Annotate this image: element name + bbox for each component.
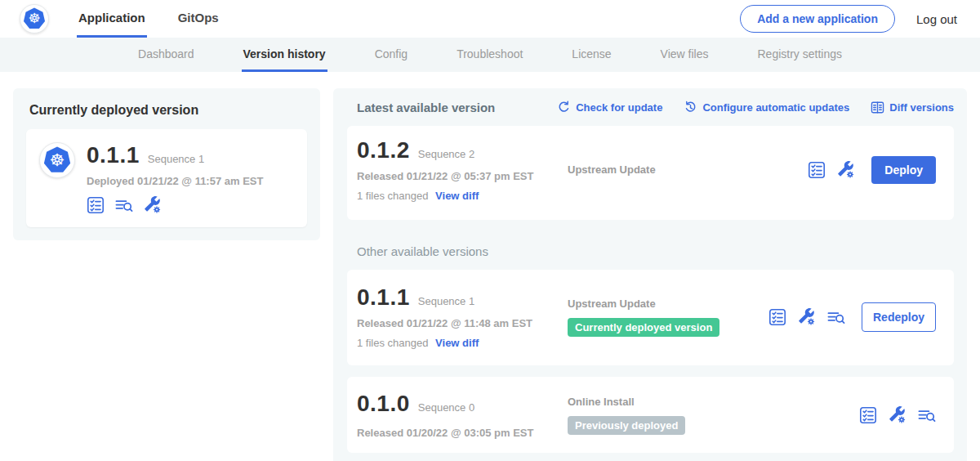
files-changed: 1 files changed View diff (357, 190, 568, 202)
released-timestamp: Released 01/21/22 @ 11:48 am EST (357, 317, 568, 329)
source-label: Upstream Update (568, 298, 768, 310)
files-changed-count: 1 files changed (357, 337, 428, 349)
files-changed-count: 1 files changed (357, 190, 428, 202)
diff-versions-link[interactable]: Diff versions (871, 101, 954, 114)
version-number: 0.1.1 (357, 284, 410, 311)
edit-config-icon[interactable] (798, 308, 816, 326)
source-label: Upstream Update (568, 163, 808, 176)
schedule-update-icon (684, 101, 697, 114)
version-actions-group: Redeploy (768, 302, 936, 332)
version-info: 0.1.0 Sequence 0 Released 01/20/22 @ 03:… (357, 391, 568, 439)
released-timestamp: Released 01/21/22 @ 05:37 pm EST (357, 170, 568, 182)
app-logo: ☸ (39, 142, 75, 178)
version-source: Online Install Previously deployed (568, 396, 859, 435)
view-diff-link[interactable]: View diff (435, 190, 479, 202)
nav-license[interactable]: License (570, 38, 612, 72)
section-nav: Dashboard Version history Config Trouble… (0, 38, 980, 72)
other-available-title: Other available versions (357, 244, 954, 258)
nav-version-history[interactable]: Version history (242, 38, 327, 72)
latest-available-title: Latest available version (357, 101, 495, 114)
helm-wheel-icon: ☸ (50, 151, 65, 168)
nav-config[interactable]: Config (373, 38, 409, 72)
kubernetes-logo: ☸ (20, 4, 49, 34)
tab-application[interactable]: Application (77, 0, 147, 38)
main-content: Currently deployed version ☸ 0.1.1 Seque… (0, 72, 980, 461)
add-application-button[interactable]: Add a new application (740, 5, 895, 33)
sequence-label: Sequence 0 (418, 401, 474, 414)
files-changed: 1 files changed View diff (357, 337, 568, 349)
sequence-label: Sequence 2 (418, 148, 474, 160)
app-tabs: Application GitOps (77, 0, 220, 38)
currently-deployed-badge: Currently deployed version (568, 318, 719, 337)
check-for-update-label: Check for update (576, 101, 662, 114)
version-card-0-1-2: 0.1.2 Sequence 2 Released 01/21/22 @ 05:… (347, 126, 954, 220)
previously-deployed-badge: Previously deployed (568, 416, 685, 435)
version-actions-group: Deploy (808, 156, 936, 184)
view-logs-icon[interactable] (827, 308, 845, 326)
deploy-button[interactable]: Deploy (871, 156, 936, 184)
deployed-version-card: ☸ 0.1.1 Sequence 1 Deployed 01/21/22 @ 1… (26, 129, 307, 227)
version-number: 0.1.2 (357, 137, 410, 163)
release-notes-icon[interactable] (859, 406, 877, 424)
deployed-timestamp: Deployed 01/21/22 @ 11:57 am EST (87, 175, 263, 187)
nav-troubleshoot[interactable]: Troubleshoot (455, 38, 524, 72)
refresh-icon (557, 101, 571, 114)
configure-automatic-updates-label: Configure automatic updates (702, 101, 849, 114)
version-actions-group (859, 406, 936, 424)
kubernetes-heptagon: ☸ (43, 146, 71, 174)
source-label: Online Install (568, 396, 859, 408)
version-info: 0.1.2 Sequence 2 Released 01/21/22 @ 05:… (357, 137, 568, 202)
diff-versions-label: Diff versions (889, 101, 954, 114)
header-spacer (220, 0, 740, 38)
deployed-panel-title: Currently deployed version (29, 103, 307, 118)
edit-config-icon[interactable] (144, 196, 162, 214)
view-logs-icon[interactable] (918, 406, 936, 424)
top-header: ☸ Application GitOps Add a new applicati… (0, 0, 980, 38)
version-card-0-1-1: 0.1.1 Sequence 1 Released 01/21/22 @ 11:… (347, 270, 954, 365)
release-notes-icon[interactable] (768, 308, 786, 326)
helm-wheel-icon: ☸ (28, 11, 40, 25)
logout-button[interactable]: Log out (916, 12, 957, 26)
deployed-version-number: 0.1.1 (87, 142, 140, 168)
version-actions: Check for update Configure automatic upd… (557, 101, 954, 114)
view-logs-icon[interactable] (115, 196, 133, 214)
version-info: 0.1.1 Sequence 1 Released 01/21/22 @ 11:… (357, 284, 568, 349)
release-notes-icon[interactable] (87, 196, 105, 214)
sequence-label: Sequence 1 (418, 295, 474, 307)
nav-dashboard[interactable]: Dashboard (136, 38, 196, 72)
currently-deployed-panel: Currently deployed version ☸ 0.1.1 Seque… (13, 88, 320, 240)
kubernetes-heptagon: ☸ (23, 7, 46, 30)
redeploy-button[interactable]: Redeploy (862, 302, 936, 332)
edit-config-icon[interactable] (837, 161, 855, 179)
released-timestamp: Released 01/20/22 @ 03:05 pm EST (357, 427, 568, 439)
version-source: Upstream Update (568, 163, 808, 176)
available-versions-panel: Latest available version Check for updat… (333, 88, 967, 461)
version-number: 0.1.0 (357, 391, 410, 417)
nav-view-files[interactable]: View files (659, 38, 710, 72)
tab-gitops[interactable]: GitOps (176, 0, 220, 38)
version-card-0-1-0: 0.1.0 Sequence 0 Released 01/20/22 @ 03:… (347, 377, 954, 453)
deployed-version-info: 0.1.1 Sequence 1 Deployed 01/21/22 @ 11:… (87, 142, 263, 214)
nav-registry-settings[interactable]: Registry settings (756, 38, 844, 72)
release-notes-icon[interactable] (808, 161, 826, 179)
view-diff-link[interactable]: View diff (435, 337, 479, 349)
edit-config-icon[interactable] (889, 406, 906, 424)
deployed-sequence-label: Sequence 1 (148, 153, 204, 165)
diff-icon (871, 101, 884, 114)
check-for-update-link[interactable]: Check for update (557, 101, 662, 114)
configure-automatic-updates-link[interactable]: Configure automatic updates (684, 101, 849, 114)
version-source: Upstream Update Currently deployed versi… (568, 298, 768, 337)
